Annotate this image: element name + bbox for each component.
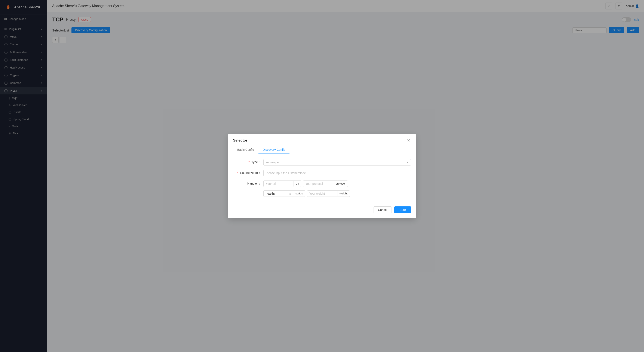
status-input[interactable] xyxy=(264,191,287,197)
type-control-wrap: zookeeper etcd consul ▼ xyxy=(264,159,411,166)
modal-footer: Cancel Sure xyxy=(228,201,416,218)
protocol-input-wrap: protocol xyxy=(303,180,348,187)
form-row-handler: Handler： url xyxy=(233,180,411,197)
url-input-wrap: url xyxy=(264,180,301,187)
url-input[interactable] xyxy=(264,181,294,187)
modal-close-button[interactable]: ✕ xyxy=(406,138,411,143)
form-row-listener-node: * ListenerNode： xyxy=(233,170,411,176)
modal-tabs: Basic Config Discovery Config xyxy=(228,146,416,154)
main-content: Apache ShenYu Gateway Management System … xyxy=(47,0,644,352)
form-row-type: * Type： zookeeper etcd consul xyxy=(233,159,411,166)
status-input-wrap: ⊗ status xyxy=(264,190,305,197)
sure-button[interactable]: Sure xyxy=(394,206,411,213)
listener-required-mark: * xyxy=(237,171,238,175)
type-select-wrapper: zookeeper etcd consul ▼ xyxy=(264,159,411,166)
handler-url-group: url protocol xyxy=(264,180,348,187)
page-content: TCP Proxy Close Edit SelectorList Discov… xyxy=(47,12,644,352)
tab-discovery-label: Discovery Config xyxy=(263,148,286,151)
modal-body: * Type： zookeeper etcd consul xyxy=(228,154,416,197)
listener-node-control-wrap xyxy=(264,170,411,176)
type-label: * Type： xyxy=(233,159,261,164)
tab-discovery-config[interactable]: Discovery Config xyxy=(258,146,290,154)
modal-title: Selector xyxy=(233,138,247,143)
handler-control-wrap: url protocol xyxy=(264,180,411,197)
cancel-button[interactable]: Cancel xyxy=(374,206,392,213)
listener-node-label-text: ListenerNode： xyxy=(240,171,261,175)
weight-input[interactable] xyxy=(307,191,337,197)
modal-header: Selector ✕ xyxy=(228,134,416,143)
protocol-input[interactable] xyxy=(303,181,333,187)
selector-modal: Selector ✕ Basic Config Discovery Config xyxy=(228,134,416,218)
type-select[interactable]: zookeeper etcd consul xyxy=(264,159,411,166)
tab-basic-config[interactable]: Basic Config xyxy=(233,146,258,154)
modal-overlay[interactable]: Selector ✕ Basic Config Discovery Config xyxy=(47,12,644,352)
handler-status-group: ⊗ status weight xyxy=(264,190,350,197)
type-required-mark: * xyxy=(248,160,250,164)
listener-node-input[interactable] xyxy=(264,170,411,176)
handler-label-text: Handler： xyxy=(247,182,261,185)
status-badge: status xyxy=(293,191,305,196)
listener-node-label: * ListenerNode： xyxy=(233,170,261,175)
type-label-text: Type： xyxy=(252,160,261,164)
handler-label: Handler： xyxy=(233,180,261,186)
tab-basic-label: Basic Config xyxy=(237,148,254,151)
weight-badge: weight xyxy=(337,191,350,196)
status-clear-icon[interactable]: ⊗ xyxy=(287,192,293,195)
weight-input-wrap: weight xyxy=(307,190,350,197)
protocol-badge: protocol xyxy=(333,181,348,186)
url-badge: url xyxy=(294,181,301,186)
